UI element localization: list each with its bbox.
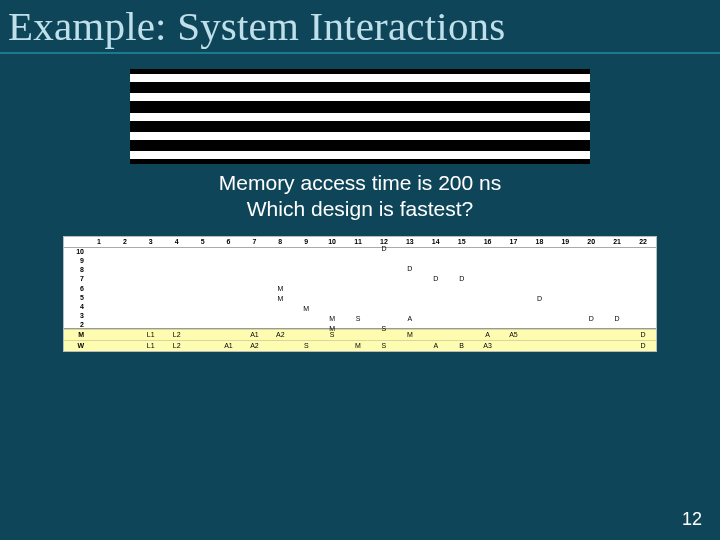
summary-cell: B <box>449 341 475 351</box>
stripe-line <box>130 74 590 82</box>
summary-cell: A3 <box>475 341 501 351</box>
summary-row-label: W <box>64 341 86 351</box>
stripe-graphic <box>130 69 590 164</box>
chart-x-axis: 12345678910111213141516171819202122 <box>64 237 656 248</box>
chart-marker: D <box>537 295 542 302</box>
chart-marker: D <box>433 275 438 282</box>
chart-marker: D <box>615 315 620 322</box>
stripe-line <box>130 132 590 140</box>
chart-marker: S <box>382 325 387 332</box>
stripe-line <box>130 93 590 101</box>
summary-cell <box>501 341 527 351</box>
chart-marker: M <box>277 285 283 292</box>
x-tick: 19 <box>552 237 578 247</box>
chart-marker: S <box>356 315 361 322</box>
summary-cell <box>112 341 138 351</box>
summary-cell <box>319 341 345 351</box>
summary-cell <box>604 341 630 351</box>
summary-cell <box>578 341 604 351</box>
x-tick: 7 <box>241 237 267 247</box>
x-tick: 13 <box>397 237 423 247</box>
summary-cell: L1 <box>138 341 164 351</box>
x-tick: 10 <box>319 237 345 247</box>
x-tick: 14 <box>423 237 449 247</box>
chart-marker: M <box>277 295 283 302</box>
summary-cell <box>397 341 423 351</box>
summary-cell: A <box>475 330 501 340</box>
x-tick: 17 <box>501 237 527 247</box>
summary-cell: M <box>345 341 371 351</box>
chart-marker: D <box>459 275 464 282</box>
chart-marker: M <box>329 325 335 332</box>
summary-cell: A <box>423 341 449 351</box>
summary-cell: A5 <box>501 330 527 340</box>
summary-row: ML1L2A1A2SMAA5D <box>64 329 656 340</box>
page-number: 12 <box>682 509 702 530</box>
x-tick: 21 <box>604 237 630 247</box>
x-tick: 11 <box>345 237 371 247</box>
caption-line-2: Which design is fastest? <box>0 196 720 222</box>
chart-marker: D <box>407 265 412 272</box>
y-tick: 6 <box>66 285 84 292</box>
x-tick: 9 <box>293 237 319 247</box>
chart-summary-rows: ML1L2A1A2SMAA5DWL1L2A1A2SMSABA3D <box>64 328 656 351</box>
summary-cell <box>449 330 475 340</box>
y-tick: 9 <box>66 257 84 264</box>
summary-cell: A2 <box>241 341 267 351</box>
summary-cell <box>526 330 552 340</box>
chart-marker: M <box>303 305 309 312</box>
x-tick: 15 <box>449 237 475 247</box>
summary-cell <box>526 341 552 351</box>
summary-cell: D <box>630 341 656 351</box>
chart-plot-area: 1098765432 DDDDMDMMMSADDMS <box>64 248 656 328</box>
summary-cell <box>345 330 371 340</box>
chart-marker: D <box>589 315 594 322</box>
y-tick: 3 <box>66 312 84 319</box>
summary-cell <box>371 330 397 340</box>
summary-cell: L2 <box>164 341 190 351</box>
summary-cell <box>552 330 578 340</box>
summary-cell: D <box>630 330 656 340</box>
y-tick: 4 <box>66 303 84 310</box>
y-tick: 10 <box>66 248 84 255</box>
title-bar: Example: System Interactions <box>0 0 720 54</box>
x-tick: 4 <box>164 237 190 247</box>
summary-cell: M <box>397 330 423 340</box>
summary-cell: S <box>319 330 345 340</box>
timing-chart: 12345678910111213141516171819202122 1098… <box>63 236 657 352</box>
summary-cell: A2 <box>267 330 293 340</box>
y-tick: 2 <box>66 321 84 328</box>
x-tick: 5 <box>190 237 216 247</box>
summary-cell <box>86 341 112 351</box>
summary-cell: A1 <box>216 341 242 351</box>
summary-cell <box>86 330 112 340</box>
x-tick: 18 <box>526 237 552 247</box>
chart-markers: DDDDMDMMMSADDMS <box>86 248 656 328</box>
summary-cell: S <box>371 341 397 351</box>
chart-marker: A <box>408 315 413 322</box>
slide-title: Example: System Interactions <box>8 3 505 49</box>
summary-cell <box>190 330 216 340</box>
chart-marker: M <box>329 315 335 322</box>
x-tick: 22 <box>630 237 656 247</box>
caption-line-1: Memory access time is 200 ns <box>0 170 720 196</box>
stripe-line <box>130 113 590 121</box>
summary-cell <box>112 330 138 340</box>
x-tick: 3 <box>138 237 164 247</box>
chart-marker: D <box>381 245 386 252</box>
chart-y-axis: 1098765432 <box>64 248 86 328</box>
summary-cell: L2 <box>164 330 190 340</box>
summary-row-label: M <box>64 330 86 340</box>
summary-cell <box>423 330 449 340</box>
summary-row: WL1L2A1A2SMSABA3D <box>64 340 656 351</box>
summary-cell: L1 <box>138 330 164 340</box>
summary-cell <box>604 330 630 340</box>
summary-cell <box>578 330 604 340</box>
summary-cell <box>190 341 216 351</box>
summary-cell <box>216 330 242 340</box>
summary-cell: A1 <box>241 330 267 340</box>
y-tick: 5 <box>66 294 84 301</box>
x-tick: 20 <box>578 237 604 247</box>
y-tick: 8 <box>66 266 84 273</box>
x-tick: 2 <box>112 237 138 247</box>
